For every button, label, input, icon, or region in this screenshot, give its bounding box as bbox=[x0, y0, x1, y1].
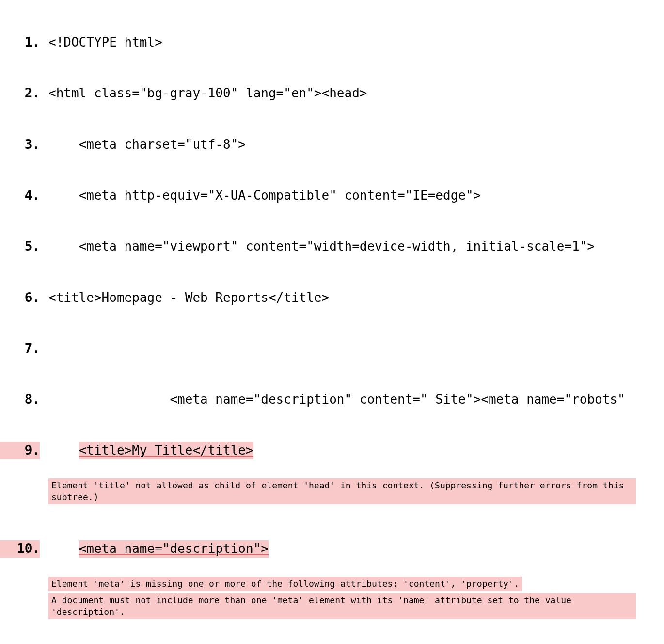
validator-message: Element 'meta' is missing one or more of… bbox=[48, 577, 522, 591]
code-text: <html class="bg-gray-100" lang="en"><hea… bbox=[48, 86, 367, 100]
code-line: <meta http-equiv="X-UA-Compatible" conte… bbox=[0, 187, 664, 204]
code-line: <title>Homepage - Web Reports</title> bbox=[0, 289, 664, 306]
code-text: <meta http-equiv="X-UA-Compatible" conte… bbox=[48, 188, 481, 203]
code-text bbox=[48, 443, 79, 457]
code-text: <!DOCTYPE html> bbox=[48, 35, 162, 49]
code-text: <meta charset="utf-8"> bbox=[48, 137, 246, 152]
source-listing: <link rel="stylesheet" href="/build/webs… bbox=[0, 621, 664, 644]
validator-message: A document must not include more than on… bbox=[48, 593, 636, 620]
code-text: <meta name="description" content=" Site"… bbox=[48, 392, 625, 407]
code-text: <title>Homepage - Web Reports</title> bbox=[48, 290, 329, 305]
code-line-error: <meta name="description"> bbox=[0, 540, 664, 557]
source-listing: <meta name="description"> bbox=[0, 506, 664, 574]
code-line: <meta name="viewport" content="width=dev… bbox=[0, 238, 664, 255]
error-highlight: <meta name="description"> bbox=[79, 540, 269, 557]
code-line: <html class="bg-gray-100" lang="en"><hea… bbox=[0, 85, 664, 102]
code-line-error: <title>My Title</title> bbox=[0, 442, 664, 459]
source-listing: <!DOCTYPE html> <html class="bg-gray-100… bbox=[0, 0, 664, 476]
code-line: <meta name="description" content=" Site"… bbox=[0, 391, 664, 408]
code-line: <!DOCTYPE html> bbox=[0, 34, 664, 51]
validator-message: Element 'title' not allowed as child of … bbox=[48, 478, 636, 505]
code-text bbox=[48, 541, 79, 556]
code-line: <meta charset="utf-8"> bbox=[0, 136, 664, 153]
code-line bbox=[0, 340, 664, 357]
code-text: <meta name="viewport" content="width=dev… bbox=[48, 239, 595, 253]
error-highlight: <title>My Title</title> bbox=[79, 442, 253, 459]
